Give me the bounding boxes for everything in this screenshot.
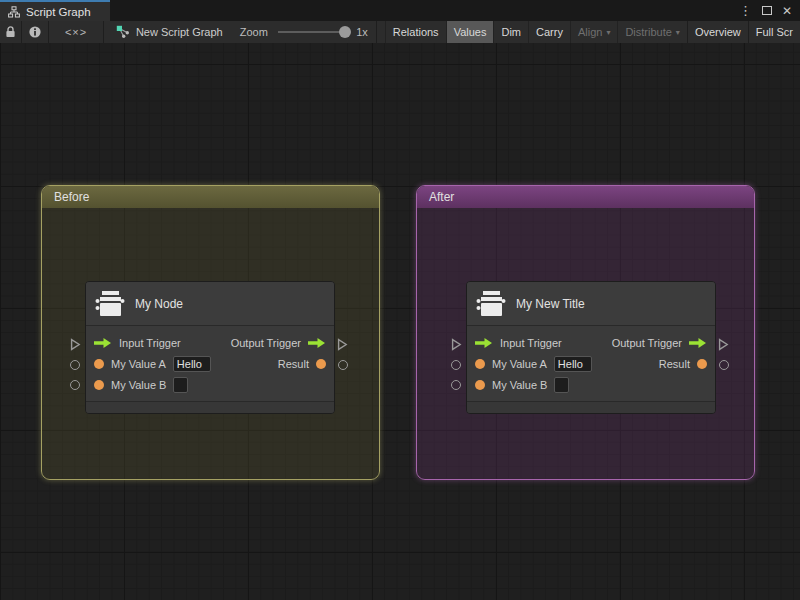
port-row: My Value B <box>467 374 715 395</box>
info-icon <box>29 26 41 38</box>
window-close-icon[interactable]: ✕ <box>782 5 792 17</box>
toolbar-separator <box>103 21 104 43</box>
value-a-field[interactable] <box>173 356 211 372</box>
value-a-field[interactable] <box>554 356 592 372</box>
lock-button[interactable] <box>0 21 21 43</box>
value-b-field[interactable] <box>173 377 188 393</box>
port-label: My Value A <box>492 358 547 370</box>
unity-script-graph-window: Script Graph ⋮ ✕ <box>0 0 800 600</box>
external-input-trigger-port[interactable] <box>451 337 462 355</box>
port-label: Output Trigger <box>231 337 301 349</box>
node-my-new-title[interactable]: My New Title Input Trigger Output Trigge… <box>466 281 716 414</box>
value-port-icon <box>475 380 485 390</box>
values-label: Values <box>454 26 487 38</box>
port-row: Input Trigger Output Trigger <box>86 332 334 353</box>
graph-name-label: New Script Graph <box>136 26 223 38</box>
port-row: My Value A Result <box>467 353 715 374</box>
window-maximize-icon[interactable] <box>762 6 772 15</box>
input-trigger-port[interactable]: Input Trigger <box>94 337 181 349</box>
value-port-icon <box>697 359 707 369</box>
graph-toolbar: <×> New Script Graph Zoom 1x Relations V… <box>0 21 800 43</box>
zoom-value: 1x <box>356 26 368 38</box>
flow-arrow-icon <box>308 337 326 349</box>
node-header[interactable]: My Node <box>86 282 334 326</box>
lock-icon <box>5 26 16 38</box>
relations-button[interactable]: Relations <box>385 21 446 43</box>
node-port-rows: Input Trigger Output Trigger My Value A <box>467 326 715 401</box>
align-label: Align <box>578 26 602 38</box>
dim-label: Dim <box>501 26 521 38</box>
port-label: Input Trigger <box>500 337 562 349</box>
port-label: Result <box>278 358 309 370</box>
tab-bar: Script Graph ⋮ ✕ <box>0 0 800 21</box>
align-dropdown-button[interactable]: Align ▾ <box>570 21 617 43</box>
external-value-b-port[interactable] <box>70 380 80 390</box>
group-after-title: After <box>429 190 454 204</box>
node-footer <box>86 401 334 413</box>
port-row: My Value B <box>86 374 334 395</box>
external-value-b-port[interactable] <box>451 380 461 390</box>
port-label: Result <box>659 358 690 370</box>
node-header[interactable]: My New Title <box>467 282 715 326</box>
unit-icon <box>94 288 126 320</box>
zoom-slider-handle[interactable] <box>339 26 351 38</box>
node-footer <box>467 401 715 413</box>
relations-label: Relations <box>393 26 439 38</box>
external-input-trigger-port[interactable] <box>70 337 81 355</box>
value-a-port[interactable]: My Value A <box>94 356 211 372</box>
fullscreen-button[interactable]: Full Scr <box>748 21 800 43</box>
node-my-node-wrapper: My Node Input Trigger Output Trigger <box>70 281 348 414</box>
input-trigger-port[interactable]: Input Trigger <box>475 337 562 349</box>
external-value-a-port[interactable] <box>70 360 80 370</box>
group-before-title: Before <box>54 190 89 204</box>
value-b-port[interactable]: My Value B <box>94 377 188 393</box>
tab-script-graph[interactable]: Script Graph <box>0 0 110 21</box>
info-button[interactable] <box>22 21 48 43</box>
result-port[interactable]: Result <box>659 358 707 370</box>
node-my-node[interactable]: My Node Input Trigger Output Trigger <box>85 281 335 414</box>
external-result-port[interactable] <box>719 360 729 370</box>
node-title: My Node <box>135 297 183 311</box>
overview-button[interactable]: Overview <box>687 21 748 43</box>
window-menu-icon[interactable]: ⋮ <box>739 4 752 17</box>
zoom-slider[interactable] <box>278 31 348 33</box>
external-output-trigger-port[interactable] <box>337 337 348 355</box>
toolbar-separator <box>376 21 377 43</box>
port-row: My Value A Result <box>86 353 334 374</box>
output-trigger-port[interactable]: Output Trigger <box>231 337 326 349</box>
code-preview-button[interactable]: <×> <box>49 21 103 43</box>
port-label: My Value B <box>111 379 166 391</box>
group-after-header[interactable]: After <box>417 186 754 208</box>
group-before-header[interactable]: Before <box>42 186 379 208</box>
zoom-label: Zoom <box>240 26 268 38</box>
graph-canvas[interactable]: Before After <box>0 43 800 600</box>
result-port[interactable]: Result <box>278 358 326 370</box>
script-graph-tab-icon <box>8 6 20 18</box>
flow-arrow-icon <box>689 337 707 349</box>
value-b-field[interactable] <box>554 377 569 393</box>
node-port-rows: Input Trigger Output Trigger My Value A <box>86 326 334 401</box>
external-output-trigger-port[interactable] <box>718 337 729 355</box>
window-controls: ⋮ ✕ <box>739 0 800 21</box>
output-trigger-port[interactable]: Output Trigger <box>612 337 707 349</box>
value-b-port[interactable]: My Value B <box>475 377 569 393</box>
external-result-port[interactable] <box>338 360 348 370</box>
external-value-a-port[interactable] <box>451 360 461 370</box>
value-port-icon <box>316 359 326 369</box>
port-row: Input Trigger Output Trigger <box>467 332 715 353</box>
distribute-label: Distribute <box>625 26 671 38</box>
toolbar-toggle-group: Relations Values Dim Carry Align ▾ Distr… <box>385 21 800 43</box>
value-a-port[interactable]: My Value A <box>475 356 592 372</box>
flow-arrow-icon <box>475 337 493 349</box>
carry-button[interactable]: Carry <box>528 21 570 43</box>
dim-button[interactable]: Dim <box>493 21 528 43</box>
carry-label: Carry <box>536 26 563 38</box>
chevron-down-icon: ▾ <box>606 29 610 37</box>
code-icon: <×> <box>65 26 87 38</box>
value-port-icon <box>94 359 104 369</box>
value-port-icon <box>94 380 104 390</box>
values-button[interactable]: Values <box>446 21 494 43</box>
distribute-dropdown-button[interactable]: Distribute ▾ <box>617 21 686 43</box>
node-title: My New Title <box>516 297 585 311</box>
port-label: Output Trigger <box>612 337 682 349</box>
